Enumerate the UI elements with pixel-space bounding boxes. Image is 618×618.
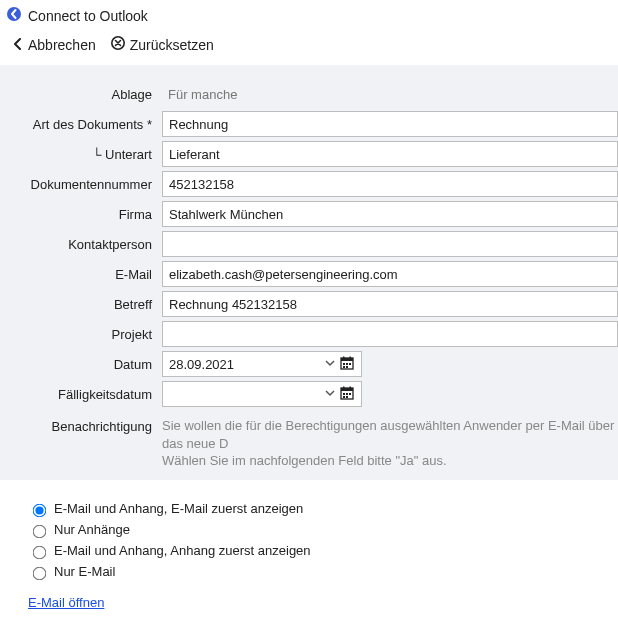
label-projekt: Projekt <box>0 327 162 342</box>
datum-value: 28.09.2021 <box>169 357 321 372</box>
input-docnum[interactable] <box>162 171 618 197</box>
option-label-o3: E-Mail und Anhang, Anhang zuerst anzeige… <box>54 543 311 558</box>
option-label-o2: Nur Anhänge <box>54 522 130 537</box>
datepicker-faellig[interactable] <box>162 381 362 407</box>
input-unterart[interactable] <box>162 141 618 167</box>
input-art[interactable] <box>162 111 618 137</box>
radio-o2[interactable] <box>33 524 47 538</box>
label-betreff: Betreff <box>0 297 162 312</box>
reset-button[interactable]: Zurücksetzen <box>110 35 214 54</box>
label-email: E-Mail <box>0 267 162 282</box>
row-firma: Firma <box>0 201 618 227</box>
calendar-icon <box>335 355 355 374</box>
svg-rect-15 <box>343 393 345 395</box>
input-firma[interactable] <box>162 201 618 227</box>
chevron-down-icon <box>321 388 335 400</box>
radio-o3[interactable] <box>33 545 47 559</box>
row-email: E-Mail <box>0 261 618 287</box>
row-art: Art des Dokuments * <box>0 111 618 137</box>
option-only-email[interactable]: Nur E-Mail <box>28 564 608 580</box>
option-label-o1: E-Mail und Anhang, E-Mail zuerst anzeige… <box>54 501 303 516</box>
form-area: Ablage Für manche Art des Dokuments * └ … <box>0 65 618 480</box>
option-only-attachments[interactable]: Nur Anhänge <box>28 522 608 538</box>
row-benachrichtigung: Benachrichtigung Sie wollen die für die … <box>0 411 618 470</box>
row-datum: Datum 28.09.2021 <box>0 351 618 377</box>
svg-rect-19 <box>346 396 348 398</box>
toolbar: Abbrechen Zurücksetzen <box>0 29 618 65</box>
svg-rect-17 <box>349 393 351 395</box>
svg-rect-9 <box>343 366 345 368</box>
cancel-label: Abbrechen <box>28 37 96 53</box>
label-benachrichtigung: Benachrichtigung <box>0 417 162 470</box>
label-art: Art des Dokuments * <box>0 117 162 132</box>
svg-rect-12 <box>341 388 353 391</box>
input-kontakt[interactable] <box>162 231 618 257</box>
chevron-down-icon <box>321 358 335 370</box>
label-ablage: Ablage <box>0 87 162 102</box>
svg-rect-14 <box>350 386 352 389</box>
cancel-button[interactable]: Abbrechen <box>12 37 96 53</box>
svg-point-0 <box>7 7 21 21</box>
radio-o1[interactable] <box>33 503 47 517</box>
label-faellig: Fälligkeitsdatum <box>0 387 162 402</box>
svg-rect-3 <box>341 358 353 361</box>
row-betreff: Betreff <box>0 291 618 317</box>
svg-rect-5 <box>350 356 352 359</box>
option-label-o4: Nur E-Mail <box>54 564 115 579</box>
value-ablage: Für manche <box>162 87 618 102</box>
svg-rect-13 <box>343 386 345 389</box>
svg-rect-4 <box>343 356 345 359</box>
open-email-link[interactable]: E-Mail öffnen <box>28 595 104 610</box>
svg-rect-7 <box>346 363 348 365</box>
label-datum: Datum <box>0 357 162 372</box>
reset-label: Zurücksetzen <box>130 37 214 53</box>
close-circle-icon <box>110 35 126 54</box>
svg-rect-18 <box>343 396 345 398</box>
svg-rect-6 <box>343 363 345 365</box>
svg-rect-10 <box>346 366 348 368</box>
label-unterart: └ Unterart <box>0 147 162 162</box>
label-firma: Firma <box>0 207 162 222</box>
label-kontakt: Kontaktperson <box>0 237 162 252</box>
radio-o4[interactable] <box>33 566 47 580</box>
input-projekt[interactable] <box>162 321 618 347</box>
row-projekt: Projekt <box>0 321 618 347</box>
display-options: E-Mail und Anhang, E-Mail zuerst anzeige… <box>0 480 618 610</box>
app-icon <box>6 6 28 25</box>
window-title: Connect to Outlook <box>28 8 148 24</box>
back-chevron-icon <box>12 37 24 53</box>
note-line1: Sie wollen die für die Berechtigungen au… <box>162 417 618 452</box>
option-email-attachment-attachment-first[interactable]: E-Mail und Anhang, Anhang zuerst anzeige… <box>28 543 608 559</box>
label-docnum: Dokumentennummer <box>0 177 162 192</box>
svg-rect-8 <box>349 363 351 365</box>
input-betreff[interactable] <box>162 291 618 317</box>
calendar-icon <box>335 385 355 404</box>
note-line2: Wählen Sie im nachfolgenden Feld bitte "… <box>162 452 618 470</box>
datepicker-datum[interactable]: 28.09.2021 <box>162 351 362 377</box>
row-unterart: └ Unterart <box>0 141 618 167</box>
option-email-attachment-email-first[interactable]: E-Mail und Anhang, E-Mail zuerst anzeige… <box>28 501 608 517</box>
row-docnum: Dokumentennummer <box>0 171 618 197</box>
row-faellig: Fälligkeitsdatum <box>0 381 618 407</box>
input-email[interactable] <box>162 261 618 287</box>
window-title-bar: Connect to Outlook <box>0 0 618 29</box>
row-ablage: Ablage Für manche <box>0 81 618 107</box>
svg-rect-16 <box>346 393 348 395</box>
note-benachrichtigung: Sie wollen die für die Berechtigungen au… <box>162 417 618 470</box>
row-kontakt: Kontaktperson <box>0 231 618 257</box>
